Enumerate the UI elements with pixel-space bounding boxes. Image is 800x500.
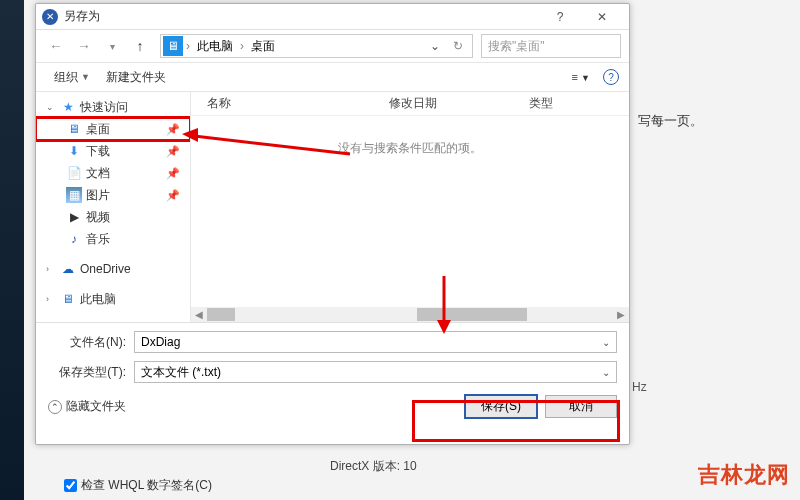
pin-icon: 📌	[166, 123, 186, 136]
tree-pictures[interactable]: ▦图片📌	[36, 184, 190, 206]
back-button[interactable]: ←	[44, 34, 68, 58]
save-button[interactable]: 保存(S)	[465, 395, 537, 418]
tree-desktop[interactable]: 🖥桌面📌	[36, 118, 190, 140]
bg-text: 写每一页。	[638, 112, 703, 130]
music-icon: ♪	[66, 231, 82, 247]
filetype-label: 保存类型(T):	[48, 364, 134, 381]
hide-folders-toggle[interactable]: ⌃隐藏文件夹	[48, 398, 126, 415]
col-type[interactable]: 类型	[521, 95, 629, 112]
file-list[interactable]: 名称 修改日期 类型 没有与搜索条件匹配的项。 ◀ ▶	[191, 92, 629, 322]
chevron-down-icon[interactable]: ⌄	[46, 102, 56, 112]
col-date[interactable]: 修改日期	[381, 95, 521, 112]
scroll-thumb[interactable]	[207, 308, 235, 321]
address-dropdown-icon[interactable]: ⌄	[424, 39, 446, 53]
scroll-right-icon[interactable]: ▶	[613, 309, 629, 320]
search-placeholder: 搜索"桌面"	[488, 38, 545, 55]
dialog-body: ⌄★快速访问 🖥桌面📌 ⬇下载📌 📄文档📌 ▦图片📌 ▶视频 ♪音乐 ›☁One…	[36, 92, 629, 322]
chevron-down-icon[interactable]: ⌄	[602, 367, 610, 378]
tree-documents[interactable]: 📄文档📌	[36, 162, 190, 184]
empty-message: 没有与搜索条件匹配的项。	[191, 140, 629, 157]
star-icon: ★	[60, 99, 76, 115]
recent-dropdown[interactable]: ▾	[100, 34, 124, 58]
pc-icon: 🖥	[60, 291, 76, 307]
tree-music[interactable]: ♪音乐	[36, 228, 190, 250]
chevron-right-icon[interactable]: ›	[46, 294, 56, 304]
h-scrollbar[interactable]: ◀ ▶	[191, 307, 629, 322]
pin-icon: 📌	[166, 145, 186, 158]
tree-quick-access[interactable]: ⌄★快速访问	[36, 96, 190, 118]
breadcrumb-pc[interactable]: 此电脑	[193, 36, 237, 56]
filename-input[interactable]: DxDiag⌄	[134, 331, 617, 353]
help-button[interactable]: ?	[539, 6, 581, 28]
dialog-bottom: 文件名(N): DxDiag⌄ 保存类型(T): 文本文件 (*.txt)⌄ ⌃…	[36, 322, 629, 424]
filename-label: 文件名(N):	[48, 334, 134, 351]
scroll-thumb[interactable]	[417, 308, 527, 321]
pictures-icon: ▦	[66, 187, 82, 203]
breadcrumb-desktop[interactable]: 桌面	[247, 36, 279, 56]
forward-button: →	[72, 34, 96, 58]
list-header: 名称 修改日期 类型	[191, 92, 629, 116]
watermark: 吉林龙网	[698, 460, 790, 490]
desktop-icon: 🖥	[66, 121, 82, 137]
view-options-button[interactable]: ≡ ▼	[565, 68, 597, 86]
refresh-button[interactable]: ↻	[446, 34, 470, 58]
cancel-button[interactable]: 取消	[545, 395, 617, 418]
tree-onedrive[interactable]: ›☁OneDrive	[36, 258, 190, 280]
bg-hz-label: Hz	[632, 380, 647, 394]
chevron-down-icon: ▼	[81, 72, 90, 82]
save-as-dialog: ✕ 另存为 ? ✕ ← → ▾ ↑ 🖥 › 此电脑 › 桌面 ⌄ ↻ 搜索"桌面…	[35, 3, 630, 445]
tree-videos[interactable]: ▶视频	[36, 206, 190, 228]
new-folder-button[interactable]: 新建文件夹	[98, 66, 174, 89]
up-button[interactable]: ↑	[128, 34, 152, 58]
dialog-icon: ✕	[42, 9, 58, 25]
tree-this-pc[interactable]: ›🖥此电脑	[36, 288, 190, 310]
desktop-taskbar-fragment	[0, 0, 24, 500]
document-icon: 📄	[66, 165, 82, 181]
pc-icon[interactable]: 🖥	[163, 36, 183, 56]
dialog-titlebar[interactable]: ✕ 另存为 ? ✕	[36, 4, 629, 30]
organize-button[interactable]: 组织▼	[46, 66, 98, 89]
chevron-right-icon[interactable]: ›	[46, 264, 56, 274]
help-icon[interactable]: ?	[603, 69, 619, 85]
scroll-track[interactable]	[207, 308, 613, 321]
address-bar[interactable]: 🖥 › 此电脑 › 桌面 ⌄ ↻	[160, 34, 473, 58]
whql-checkbox[interactable]	[64, 479, 77, 492]
breadcrumb-sep-icon: ›	[237, 39, 247, 53]
breadcrumb-sep-icon: ›	[183, 39, 193, 53]
search-input[interactable]: 搜索"桌面"	[481, 34, 621, 58]
download-icon: ⬇	[66, 143, 82, 159]
toolbar: 组织▼ 新建文件夹 ≡ ▼ ?	[36, 62, 629, 92]
cloud-icon: ☁	[60, 261, 76, 277]
chevron-down-icon[interactable]: ⌄	[602, 337, 610, 348]
pin-icon: 📌	[166, 189, 186, 202]
nav-row: ← → ▾ ↑ 🖥 › 此电脑 › 桌面 ⌄ ↻ 搜索"桌面"	[36, 30, 629, 62]
close-button[interactable]: ✕	[581, 6, 623, 28]
videos-icon: ▶	[66, 209, 82, 225]
scroll-left-icon[interactable]: ◀	[191, 309, 207, 320]
chevron-up-icon: ⌃	[48, 400, 62, 414]
whql-checkbox-row[interactable]: 检查 WHQL 数字签名(C)	[64, 477, 212, 494]
directx-version-label: DirectX 版本: 10	[330, 458, 417, 475]
dialog-title: 另存为	[64, 8, 539, 25]
col-name[interactable]: 名称	[191, 95, 381, 112]
tree-downloads[interactable]: ⬇下载📌	[36, 140, 190, 162]
pin-icon: 📌	[166, 167, 186, 180]
filetype-select[interactable]: 文本文件 (*.txt)⌄	[134, 361, 617, 383]
nav-tree[interactable]: ⌄★快速访问 🖥桌面📌 ⬇下载📌 📄文档📌 ▦图片📌 ▶视频 ♪音乐 ›☁One…	[36, 92, 191, 322]
